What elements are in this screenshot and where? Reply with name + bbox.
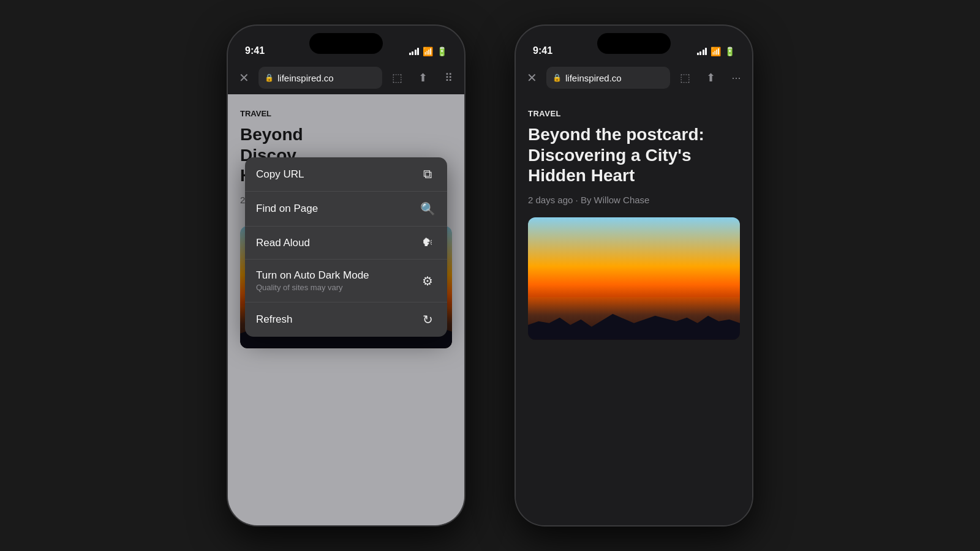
dynamic-island-left bbox=[309, 33, 383, 54]
signal-icon-left bbox=[409, 48, 420, 55]
read-aloud-icon: 🗣 bbox=[419, 236, 436, 249]
share-button-right[interactable]: ⬆ bbox=[702, 71, 719, 84]
right-article-meta: 2 days ago · By Willow Chase bbox=[528, 195, 740, 205]
battery-icon-left: 🔋 bbox=[437, 47, 447, 56]
auto-dark-mode-label: Turn on Auto Dark Mode bbox=[256, 269, 369, 282]
menu-item-find-on-page[interactable]: Find on Page 🔍 bbox=[245, 192, 447, 227]
address-bar-left: ✕ 🔒 lifeinspired.co ⬚ ⬆ ⠿ bbox=[228, 61, 464, 94]
auto-dark-mode-sublabel: Quality of sites may vary bbox=[256, 283, 369, 292]
auto-dark-mode-icon: ⚙ bbox=[419, 274, 436, 288]
wifi-icon-left: 📶 bbox=[423, 47, 433, 56]
find-on-page-label: Find on Page bbox=[256, 203, 318, 215]
menu-item-refresh[interactable]: Refresh ↻ bbox=[245, 302, 447, 337]
url-text-right: lifeinspired.co bbox=[565, 73, 664, 83]
refresh-icon: ↻ bbox=[419, 312, 436, 327]
dynamic-island-right bbox=[597, 33, 671, 54]
copy-url-icon: ⧉ bbox=[419, 167, 436, 181]
find-on-page-icon: 🔍 bbox=[419, 201, 436, 216]
close-button-left[interactable]: ✕ bbox=[235, 70, 252, 85]
status-icons-right: 📶 🔋 bbox=[697, 47, 736, 56]
more-button-right[interactable]: ··· bbox=[728, 72, 745, 84]
address-actions-right: ⬚ ⬆ ··· bbox=[676, 71, 745, 84]
context-menu: Copy URL ⧉ Find on Page 🔍 Read Aloud 🗣 T… bbox=[245, 157, 447, 337]
wifi-icon-right: 📶 bbox=[710, 47, 721, 56]
right-phone: 9:41 📶 🔋 ✕ 🔒 lifeinspired.co ⬚ ⬆ ··· TRA… bbox=[514, 24, 753, 527]
url-input-right[interactable]: 🔒 lifeinspired.co bbox=[546, 67, 670, 89]
url-text-left: lifeinspired.co bbox=[277, 73, 376, 83]
right-article-title: Beyond the postcard: Discovering a City'… bbox=[528, 124, 740, 186]
close-button-right[interactable]: ✕ bbox=[523, 70, 540, 85]
share-button-left[interactable]: ⬆ bbox=[414, 71, 431, 84]
copy-url-label: Copy URL bbox=[256, 168, 304, 181]
bookmark-button-right[interactable]: ⬚ bbox=[676, 71, 693, 84]
more-button-left[interactable]: ⠿ bbox=[440, 71, 457, 84]
status-icons-left: 📶 🔋 bbox=[409, 47, 448, 56]
bookmark-button-left[interactable]: ⬚ bbox=[388, 71, 405, 84]
right-sunset-image bbox=[528, 217, 740, 340]
signal-icon-right bbox=[697, 48, 707, 55]
address-bar-right: ✕ 🔒 lifeinspired.co ⬚ ⬆ ··· bbox=[516, 61, 752, 94]
menu-item-auto-dark-mode[interactable]: Turn on Auto Dark Mode Quality of sites … bbox=[245, 260, 447, 302]
battery-icon-right: 🔋 bbox=[725, 47, 735, 56]
read-aloud-label: Read Aloud bbox=[256, 237, 310, 249]
right-category: TRAVEL bbox=[528, 109, 740, 118]
time-right: 9:41 bbox=[533, 45, 552, 56]
menu-item-read-aloud[interactable]: Read Aloud 🗣 bbox=[245, 227, 447, 260]
time-left: 9:41 bbox=[245, 45, 265, 56]
left-phone: 9:41 📶 🔋 ✕ 🔒 lifeinspired.co ⬚ ⬆ ⠿ TRAVE… bbox=[227, 24, 466, 527]
address-actions-left: ⬚ ⬆ ⠿ bbox=[388, 71, 457, 84]
lock-icon-left: 🔒 bbox=[265, 73, 274, 82]
menu-item-copy-url[interactable]: Copy URL ⧉ bbox=[245, 157, 447, 192]
refresh-label: Refresh bbox=[256, 313, 293, 326]
right-content-area: TRAVEL Beyond the postcard: Discovering … bbox=[516, 94, 752, 525]
url-input-left[interactable]: 🔒 lifeinspired.co bbox=[258, 67, 382, 89]
lock-icon-right: 🔒 bbox=[552, 73, 562, 82]
